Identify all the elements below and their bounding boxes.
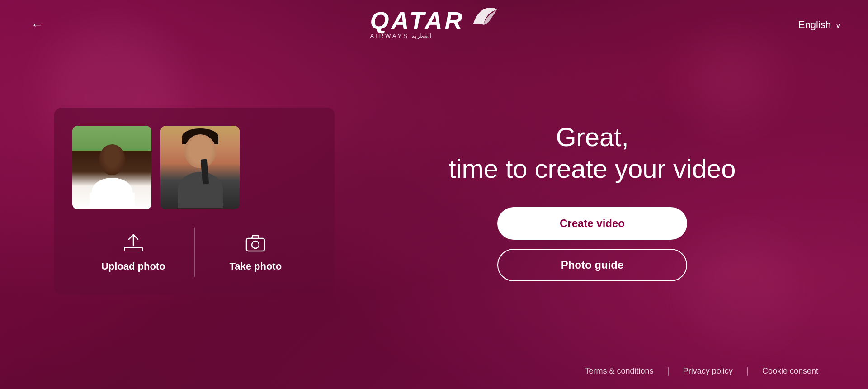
camera-icon bbox=[245, 232, 266, 255]
svg-rect-1 bbox=[246, 238, 264, 251]
photo-guide-button[interactable]: Photo guide bbox=[497, 249, 687, 281]
photo-selection-panel: Upload photo Take photo bbox=[54, 108, 335, 295]
cta-panel: Great, time to create your video Create … bbox=[335, 121, 814, 281]
photo-thumbnails bbox=[72, 126, 316, 209]
logo-text: QATAR bbox=[370, 8, 465, 33]
take-photo-button[interactable]: Take photo bbox=[195, 223, 317, 281]
photo-actions: Upload photo Take photo bbox=[72, 223, 316, 281]
language-label: English bbox=[798, 19, 831, 31]
create-video-button[interactable]: Create video bbox=[497, 207, 687, 240]
upload-photo-button[interactable]: Upload photo bbox=[72, 223, 194, 281]
main-content: Upload photo Take photo Great, time to c… bbox=[0, 50, 868, 353]
cta-heading-line2: time to create your video bbox=[448, 154, 736, 183]
photo-thumbnail-1 bbox=[72, 126, 151, 209]
photo-thumbnail-2 bbox=[160, 126, 240, 209]
back-arrow-icon: ← bbox=[31, 18, 43, 32]
cta-heading: Great, time to create your video bbox=[448, 121, 736, 184]
svg-rect-0 bbox=[124, 247, 142, 251]
back-button[interactable]: ← bbox=[27, 14, 47, 36]
take-photo-label: Take photo bbox=[229, 261, 282, 272]
cta-heading-line1: Great, bbox=[556, 122, 628, 152]
logo-bird-icon bbox=[471, 6, 498, 33]
footer: Terms & conditions | Privacy policy | Co… bbox=[0, 353, 868, 389]
header: ← QATAR AIRWAYS القطرية English ∨ bbox=[0, 0, 868, 50]
cookie-consent-link[interactable]: Cookie consent bbox=[749, 366, 832, 376]
upload-photo-label: Upload photo bbox=[101, 261, 165, 272]
logo-area: QATAR AIRWAYS القطرية bbox=[370, 8, 498, 39]
logo-arabic-text: القطرية bbox=[412, 33, 432, 39]
language-selector[interactable]: English ∨ bbox=[798, 19, 841, 31]
terms-conditions-link[interactable]: Terms & conditions bbox=[571, 366, 667, 376]
upload-icon bbox=[123, 232, 144, 255]
svg-point-2 bbox=[252, 241, 259, 248]
privacy-policy-link[interactable]: Privacy policy bbox=[670, 366, 746, 376]
logo-airways-text: AIRWAYS bbox=[370, 33, 409, 39]
chevron-down-icon: ∨ bbox=[835, 21, 841, 30]
